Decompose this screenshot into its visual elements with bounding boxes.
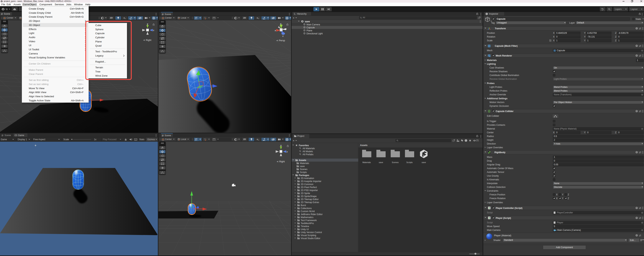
svg-text:y: y: [147, 23, 148, 25]
svg-text:z: z: [286, 151, 288, 153]
svg-text:y: y: [280, 22, 282, 25]
svg-text:Y: Y: [196, 139, 197, 141]
svg-text:x: x: [275, 29, 276, 31]
svg-text:z: z: [282, 35, 284, 37]
svg-text:z: z: [153, 29, 154, 31]
svg-text:y: y: [280, 144, 282, 146]
svg-text:Y: Y: [196, 18, 197, 19]
